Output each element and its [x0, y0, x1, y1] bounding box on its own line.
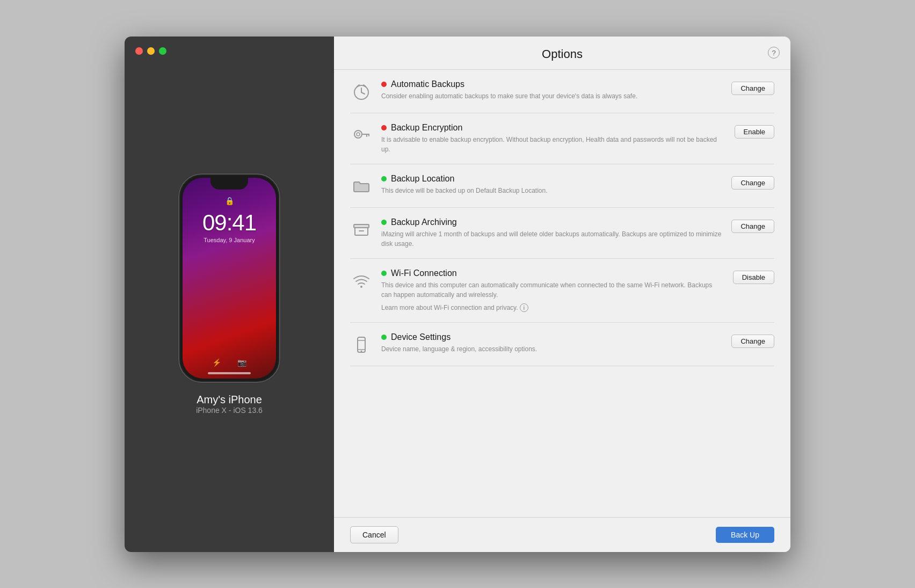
- traffic-lights: [135, 47, 166, 55]
- option-row-backup-location: Backup Location This device will be back…: [350, 164, 774, 208]
- svg-point-17: [361, 350, 362, 352]
- help-button[interactable]: ?: [768, 47, 780, 59]
- main-window: 🔒 09:41 Tuesday, 9 January ⚡ 📷 Amy's iPh…: [125, 37, 790, 552]
- wifi-learn-more-text: Learn more about Wi-Fi connection and pr…: [381, 304, 518, 311]
- status-dot-red-encryption: [381, 125, 387, 130]
- svg-rect-14: [358, 337, 365, 352]
- change-button-device-settings[interactable]: Change: [731, 335, 774, 348]
- option-content-backup-encryption: Backup Encryption It is advisable to ena…: [381, 123, 726, 154]
- device-model: iPhone X - iOS 13.6: [196, 406, 263, 415]
- option-desc-device-settings: Device name, language & region, accessib…: [381, 344, 723, 354]
- status-dot-green-wifi: [381, 271, 387, 276]
- option-title-row: Automatic Backups: [381, 79, 723, 89]
- disable-button-wifi-connection[interactable]: Disable: [733, 271, 774, 284]
- svg-point-13: [360, 286, 362, 288]
- option-title-wifi-connection: Wi-Fi Connection: [391, 268, 457, 278]
- phone-screen: 🔒 09:41 Tuesday, 9 January ⚡ 📷: [183, 178, 276, 379]
- phone-notch: [210, 178, 248, 190]
- wifi-icon: [350, 270, 373, 292]
- minimize-button[interactable]: [147, 47, 155, 55]
- option-desc-automatic-backups: Consider enabling automatic backups to m…: [381, 91, 723, 101]
- option-content-backup-archiving: Backup Archiving iMazing will archive 1 …: [381, 217, 723, 249]
- camera-icon: 📷: [237, 358, 246, 367]
- change-button-automatic-backups[interactable]: Change: [731, 82, 774, 95]
- option-title-row-wifi: Wi-Fi Connection: [381, 268, 724, 278]
- device-name: Amy's iPhone: [196, 394, 263, 406]
- option-content-wifi-connection: Wi-Fi Connection This device and this co…: [381, 268, 724, 313]
- key-icon: [350, 124, 373, 147]
- option-title-row-device-settings: Device Settings: [381, 332, 723, 342]
- archive-icon: [350, 219, 373, 241]
- change-button-backup-location[interactable]: Change: [731, 176, 774, 190]
- option-desc-wifi-connection: This device and this computer can automa…: [381, 280, 724, 300]
- status-dot-green-device-settings: [381, 335, 387, 340]
- option-content-automatic-backups: Automatic Backups Consider enabling auto…: [381, 79, 723, 101]
- device-info: Amy's iPhone iPhone X - iOS 13.6: [196, 394, 263, 415]
- phone-time: 09:41: [183, 210, 276, 236]
- panel-header: Options ?: [334, 37, 790, 70]
- option-row-device-settings: Device Settings Device name, language & …: [350, 323, 774, 366]
- option-title-backup-location: Backup Location: [391, 174, 454, 184]
- phone-time-display: 09:41 Tuesday, 9 January: [183, 210, 276, 243]
- option-action-backup-archiving: Change: [731, 220, 774, 233]
- enable-button-backup-encryption[interactable]: Enable: [735, 125, 774, 139]
- status-dot-red: [381, 82, 387, 87]
- option-action-device-settings: Change: [731, 335, 774, 348]
- option-title-row-encryption: Backup Encryption: [381, 123, 726, 133]
- cancel-button[interactable]: Cancel: [350, 526, 398, 543]
- option-row-backup-archiving: Backup Archiving iMazing will archive 1 …: [350, 208, 774, 259]
- options-list: Automatic Backups Consider enabling auto…: [334, 70, 790, 517]
- change-button-backup-archiving[interactable]: Change: [731, 220, 774, 233]
- status-dot-green-location: [381, 176, 387, 182]
- svg-point-5: [354, 130, 362, 138]
- option-action-backup-encryption: Enable: [735, 125, 774, 139]
- option-title-automatic-backups: Automatic Backups: [391, 79, 464, 89]
- option-desc-backup-archiving: iMazing will archive 1 month of backups …: [381, 229, 723, 249]
- device-icon: [350, 333, 373, 356]
- maximize-button[interactable]: [159, 47, 166, 55]
- info-circle-icon[interactable]: i: [520, 303, 528, 312]
- close-button[interactable]: [135, 47, 143, 55]
- svg-point-6: [357, 133, 360, 136]
- option-title-row-location: Backup Location: [381, 174, 723, 184]
- backup-button[interactable]: Back Up: [716, 527, 774, 543]
- option-content-device-settings: Device Settings Device name, language & …: [381, 332, 723, 354]
- option-title-device-settings: Device Settings: [391, 332, 451, 342]
- lock-icon: 🔒: [225, 197, 234, 205]
- phone-swipe-bar: [208, 372, 251, 374]
- option-desc-backup-encryption: It is advisable to enable backup encrypt…: [381, 135, 726, 154]
- left-panel: 🔒 09:41 Tuesday, 9 January ⚡ 📷 Amy's iPh…: [125, 37, 334, 552]
- phone-container: 🔒 09:41 Tuesday, 9 January ⚡ 📷 Amy's iPh…: [178, 173, 280, 415]
- folder-icon: [350, 175, 373, 198]
- panel-footer: Cancel Back Up: [334, 517, 790, 552]
- phone-bottom-icons: ⚡ 📷: [183, 358, 276, 367]
- status-dot-green-archiving: [381, 220, 387, 225]
- wifi-learn-more: Learn more about Wi-Fi connection and pr…: [381, 303, 724, 313]
- panel-title: Options: [542, 47, 583, 61]
- option-title-row-archiving: Backup Archiving: [381, 217, 723, 227]
- option-action-backup-location: Change: [731, 176, 774, 190]
- option-row-automatic-backups: Automatic Backups Consider enabling auto…: [350, 70, 774, 113]
- option-action-automatic-backups: Change: [731, 82, 774, 95]
- option-title-backup-encryption: Backup Encryption: [391, 123, 462, 133]
- option-row-wifi-connection: Wi-Fi Connection This device and this co…: [350, 259, 774, 323]
- option-desc-backup-location: This device will be backed up on Default…: [381, 186, 723, 195]
- phone-frame: 🔒 09:41 Tuesday, 9 January ⚡ 📷: [178, 173, 280, 383]
- option-action-wifi-connection: Disable: [733, 271, 774, 284]
- flashlight-icon: ⚡: [212, 358, 221, 367]
- option-row-backup-encryption: Backup Encryption It is advisable to ena…: [350, 113, 774, 164]
- option-content-backup-location: Backup Location This device will be back…: [381, 174, 723, 195]
- svg-line-2: [361, 92, 365, 94]
- clock-icon: [350, 81, 373, 103]
- option-title-backup-archiving: Backup Archiving: [391, 217, 457, 227]
- phone-date: Tuesday, 9 January: [183, 237, 276, 243]
- right-panel: Options ? Automatic: [334, 37, 790, 552]
